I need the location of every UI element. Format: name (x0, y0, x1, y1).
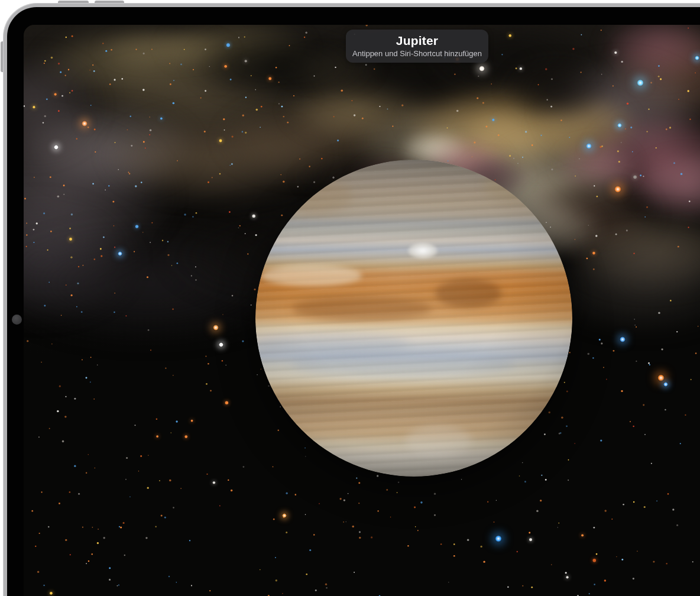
ipad-mockup: Jupiter Antippen und Siri-Shortcut hinzu… (0, 0, 700, 596)
device-bezel: Jupiter Antippen und Siri-Shortcut hinzu… (7, 7, 700, 596)
front-camera (12, 315, 22, 325)
jupiter-limb-shading (255, 160, 572, 477)
bright-star (495, 535, 502, 542)
tooltip-subtitle: Antippen und Siri-Shortcut hinzufügen (352, 49, 482, 59)
bright-star (54, 145, 59, 150)
bright-star (479, 66, 485, 72)
bright-star (213, 325, 219, 331)
bright-star (620, 336, 626, 342)
bright-star (617, 123, 622, 128)
bright-star (657, 374, 665, 381)
jupiter-tooltip[interactable]: Jupiter Antippen und Siri-Shortcut hinzu… (346, 30, 488, 63)
tooltip-title: Jupiter (396, 34, 438, 48)
bright-star (282, 513, 287, 518)
bright-star (637, 79, 644, 86)
jupiter-planet[interactable] (255, 160, 572, 477)
app-screen[interactable]: Jupiter Antippen und Siri-Shortcut hinzu… (24, 25, 700, 596)
bright-star (695, 56, 699, 60)
device-frame: Jupiter Antippen und Siri-Shortcut hinzu… (3, 3, 700, 596)
bright-star (118, 251, 122, 256)
bright-star (82, 121, 88, 127)
bright-star (586, 143, 592, 149)
bright-star (614, 186, 621, 193)
bright-star (663, 382, 668, 387)
bright-star (219, 342, 223, 347)
